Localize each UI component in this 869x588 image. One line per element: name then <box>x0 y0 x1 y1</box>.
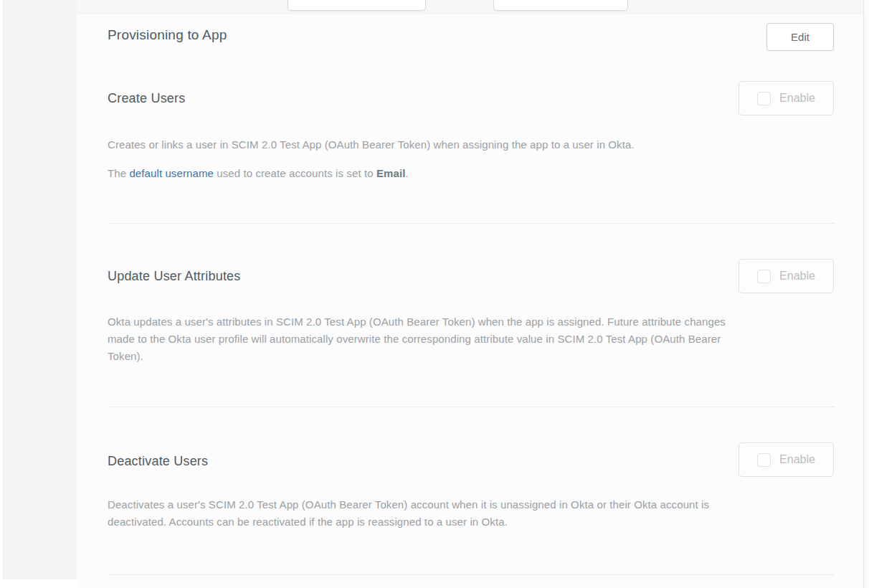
enable-checkbox[interactable] <box>757 270 771 283</box>
note-middle: used to create accounts is set to <box>214 167 376 179</box>
create-users-username-note: The default username used to create acco… <box>108 165 409 182</box>
page-right-edge <box>863 0 869 588</box>
form-top-strip <box>77 0 863 14</box>
enable-checkbox[interactable] <box>757 453 771 467</box>
section-divider <box>108 574 835 575</box>
section-divider <box>108 407 835 407</box>
partial-input-field-2[interactable] <box>493 0 628 11</box>
enable-label: Enable <box>779 270 815 283</box>
enable-label: Enable <box>779 453 815 466</box>
create-users-description: Creates or links a user in SCIM 2.0 Test… <box>108 136 635 153</box>
enable-label: Enable <box>779 92 815 105</box>
deactivate-users-description: Deactivates a user's SCIM 2.0 Test App (… <box>108 496 709 531</box>
create-users-enable-button[interactable]: Enable <box>739 81 834 115</box>
update-user-attributes-title: Update User Attributes <box>108 269 241 284</box>
default-username-link[interactable]: default username <box>129 167 214 179</box>
deactivate-users-enable-button[interactable]: Enable <box>739 442 834 477</box>
section-divider <box>108 223 835 224</box>
note-email-value: Email <box>376 167 406 179</box>
enable-checkbox[interactable] <box>757 92 771 105</box>
main-content: Provisioning to App Edit Create Users En… <box>77 0 863 588</box>
note-prefix: The <box>108 167 129 179</box>
note-suffix: . <box>405 167 408 179</box>
partial-input-field-1[interactable] <box>288 0 426 11</box>
edit-button[interactable]: Edit <box>766 23 834 51</box>
update-user-attributes-description: Okta updates a user's attributes in SCIM… <box>108 313 726 365</box>
provisioning-to-app-title: Provisioning to App <box>108 27 227 43</box>
deactivate-users-title: Deactivate Users <box>108 454 208 469</box>
create-users-title: Create Users <box>108 91 185 106</box>
left-sidebar-panel <box>3 0 77 579</box>
update-user-attributes-enable-button[interactable]: Enable <box>739 259 834 293</box>
